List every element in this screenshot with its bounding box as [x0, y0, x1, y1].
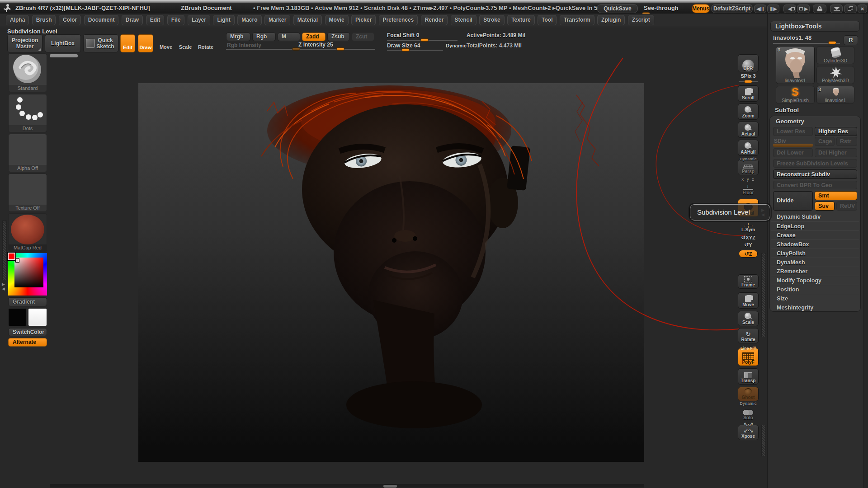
sv-cursor[interactable] [16, 259, 19, 262]
main-color-swatch[interactable] [8, 308, 27, 326]
shelf-collapse-right-button[interactable]: |||▶ [767, 5, 779, 13]
subsection-claypolish[interactable]: ClayPolish [771, 249, 859, 258]
reuv-button[interactable]: ReUV [836, 202, 857, 211]
quicksave-button[interactable]: QuickSave [597, 4, 638, 13]
freeze-subdivision-button[interactable]: Freeze SubDivision Levels [773, 159, 857, 168]
h-scrollbar-thumb[interactable] [383, 485, 397, 488]
dynamic-label[interactable]: Dynamic [446, 43, 467, 48]
edit-button[interactable]: Edit [120, 34, 135, 52]
zadd-button[interactable]: Zadd [302, 33, 326, 41]
current-alpha-thumbnail[interactable]: Alpha Off [8, 134, 47, 172]
xpose-button[interactable]: ↖·↗↙·↘Xpose [738, 425, 759, 440]
mrgb-button[interactable]: Mrgb [226, 33, 250, 41]
divide-button[interactable]: Divide [773, 191, 813, 211]
menu-macro[interactable]: Macro [237, 15, 261, 25]
menu-movie[interactable]: Movie [325, 15, 349, 25]
convert-bpr-button[interactable]: Convert BPR To Geo [773, 181, 857, 189]
intensity-slider-track[interactable] [226, 49, 375, 50]
subsection-modify-topology[interactable]: Modify Topology [771, 276, 859, 285]
subsection-size[interactable]: Size [771, 294, 859, 303]
menu-tool[interactable]: Tool [538, 15, 557, 25]
polyf-button[interactable]: PolyF [738, 348, 759, 366]
menu-draw[interactable]: Draw [122, 15, 143, 25]
higher-res-button[interactable]: Higher Res [815, 127, 857, 136]
cycle-window-right-button[interactable]: ▶ [797, 5, 810, 13]
tool-thumbnail-head-small[interactable]: 3 linavolos1 [816, 86, 854, 104]
m-button[interactable]: M [278, 33, 300, 41]
gradient-button[interactable]: Gradient [8, 297, 47, 306]
scale-button[interactable]: Scale [178, 34, 193, 52]
cycle-window-left-button[interactable]: ◀ [783, 5, 796, 13]
lock-button[interactable] [813, 5, 826, 13]
subsection-edgeloop[interactable]: EdgeLoop [771, 221, 859, 230]
tool-thumbnail-cylinder[interactable]: Cylinder3D [816, 46, 854, 64]
menu-picker[interactable]: Picker [351, 15, 376, 25]
default-zscript-button[interactable]: DefaultZScript [711, 4, 753, 13]
menu-marker[interactable]: Marker [264, 15, 290, 25]
suv-button[interactable]: Suv [815, 202, 835, 211]
actual-button[interactable]: Actual [738, 122, 759, 138]
menu-material[interactable]: Material [293, 15, 322, 25]
draw-size-handle[interactable] [401, 48, 410, 52]
menu-alpha[interactable]: Alpha [6, 15, 29, 25]
projection-master-button[interactable]: ProjectionMaster [7, 34, 42, 52]
subsection-shadowbox[interactable]: ShadowBox [771, 239, 859, 249]
canvas-h-scrollbar-nub[interactable] [50, 54, 78, 57]
tool-thumbnail-simplebrush[interactable]: S SimpleBrush [776, 86, 815, 104]
zcut-button[interactable]: Zcut [352, 33, 374, 41]
menu-brush[interactable]: Brush [32, 15, 56, 25]
secondary-color-swatch[interactable] [28, 308, 47, 326]
rotate-3d-button[interactable]: ↻Rotate [738, 328, 759, 343]
menu-layer[interactable]: Layer [188, 15, 210, 25]
subsection-position[interactable]: Position [771, 285, 859, 294]
rotate-button[interactable]: Rotate [197, 34, 214, 52]
zsub-button[interactable]: Zsub [327, 33, 350, 41]
lower-res-button[interactable]: Lower Res [773, 127, 813, 136]
current-texture-thumbnail[interactable]: Texture Off [8, 174, 47, 212]
current-color-swatch[interactable] [8, 253, 15, 260]
tool-thumbnail-current[interactable]: 3 linavolos1 [776, 46, 815, 84]
subsection-dynamic-subdiv[interactable]: Dynamic Subdiv [771, 212, 859, 221]
tool-thumbnail-polymesh[interactable]: PolyMesh3D [816, 66, 854, 84]
geometry-section-header[interactable]: Geometry [776, 118, 804, 125]
spix-handle[interactable] [744, 80, 752, 83]
right-shelf-divider-2[interactable] [761, 425, 766, 456]
draw-button[interactable]: Draw [138, 34, 153, 52]
menu-light[interactable]: Light [213, 15, 234, 25]
menu-transform[interactable]: Transform [560, 15, 594, 25]
move-3d-button[interactable]: Move [738, 292, 759, 309]
menu-render[interactable]: Render [421, 15, 448, 25]
scroll-button[interactable]: Scroll [738, 85, 759, 102]
panel-scrollbar[interactable] [863, 14, 868, 488]
smt-button[interactable]: Smt [815, 191, 857, 200]
rstr-button[interactable]: Rstr [836, 137, 857, 146]
bpr-button[interactable]: BPR [738, 54, 759, 72]
lsym-button[interactable]: ←¦→L.Sym [738, 221, 759, 233]
del-lower-button[interactable]: Del Lower [773, 148, 813, 157]
left-edge-divider[interactable] [2, 221, 7, 280]
subsection-crease[interactable]: Crease [771, 230, 859, 239]
menu-zplugin[interactable]: Zplugin [597, 15, 625, 25]
quick-sketch-button[interactable]: QuickSketch [83, 34, 118, 52]
right-shelf-divider[interactable] [761, 253, 766, 337]
menu-stencil[interactable]: Stencil [451, 15, 476, 25]
sv-square[interactable] [14, 258, 43, 287]
lightbox-tools-header[interactable]: Lightbox▸Tools [770, 21, 860, 32]
z-intensity-handle[interactable] [336, 47, 344, 51]
focal-shift-handle[interactable] [420, 38, 429, 42]
alternate-button[interactable]: Alternate [8, 338, 47, 347]
scale-3d-button[interactable]: Scale [738, 311, 759, 326]
zoom-button[interactable]: Zoom [738, 103, 759, 120]
menu-file[interactable]: File [167, 15, 185, 25]
frame-button[interactable]: Frame [738, 274, 759, 289]
menu-zscript[interactable]: Zscript [628, 15, 654, 25]
transp-button[interactable]: Transp [738, 368, 759, 385]
floor-button[interactable]: Floor [738, 181, 759, 196]
del-higher-button[interactable]: Del Higher [815, 148, 857, 157]
solo-button[interactable]: Solo [738, 405, 759, 421]
tool-r-button[interactable]: R [844, 35, 858, 45]
persp-button[interactable]: Persp [738, 159, 759, 175]
menu-document[interactable]: Document [84, 15, 119, 25]
minimize-button[interactable] [830, 5, 843, 13]
left-divider-arrows-icon[interactable]: ▶◀ [2, 282, 5, 291]
